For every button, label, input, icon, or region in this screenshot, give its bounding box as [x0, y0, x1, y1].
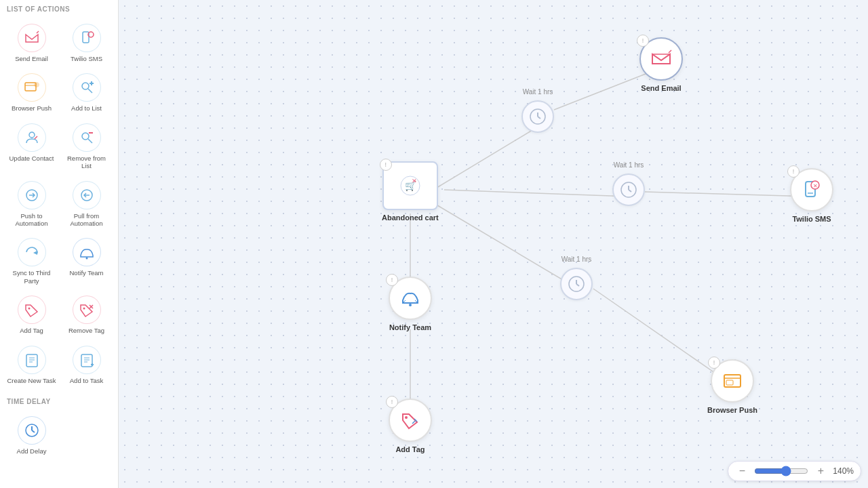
browser-push-icon	[18, 73, 46, 102]
add-tag-node[interactable]: ! Add Tag	[389, 399, 432, 453]
sidebar-item-browser-push[interactable]: Browser Push	[4, 68, 59, 117]
wait-2-label: Wait 1 hrs	[614, 161, 644, 169]
notify-team-label: Notify Team	[389, 323, 431, 331]
warning-badge-tag: !	[386, 396, 398, 408]
svg-rect-19	[26, 354, 37, 367]
svg-line-31	[32, 430, 35, 432]
warning-badge-email: !	[637, 35, 649, 47]
twilio-sms-icon: ✕	[800, 178, 823, 201]
send-email-node[interactable]: ! Send Email	[639, 37, 683, 92]
wait-3-label: Wait 1 hrs	[561, 256, 592, 263]
workflow-canvas: ! 🛒 ✕ Abandoned cart ! Send Email !	[119, 0, 868, 488]
svg-text:✕: ✕	[813, 183, 818, 189]
create-new-task-icon	[18, 346, 46, 374]
send-email-label: Send Email	[15, 55, 48, 62]
abandoned-cart-icon: 🛒 ✕	[399, 175, 421, 197]
svg-point-52	[405, 416, 408, 419]
remove-tag-icon	[73, 296, 101, 324]
wait-2-circle[interactable]	[612, 174, 645, 206]
sidebar-item-create-new-task[interactable]: Create New Task	[4, 340, 59, 390]
zoom-controls: − + 140%	[728, 461, 861, 481]
svg-rect-51	[726, 380, 733, 385]
notify-team-label: Notify Team	[70, 269, 104, 277]
twilio-sms-label: Twilio SMS	[71, 55, 102, 62]
wait-1-circle[interactable]	[521, 100, 554, 133]
sidebar-item-twilio-sms[interactable]: Twilio SMS	[59, 18, 114, 68]
abandoned-cart-label: Abandoned cart	[382, 214, 439, 222]
add-delay-icon	[18, 416, 46, 445]
delay-grid: Add Delay	[0, 408, 118, 463]
push-to-automation-label: Push to Automation	[7, 212, 56, 228]
svg-point-5	[34, 83, 39, 87]
create-new-task-label: Create New Task	[7, 377, 56, 384]
warning-badge-push: !	[708, 357, 720, 369]
send-email-icon	[18, 24, 46, 52]
sidebar-item-add-to-list[interactable]: Add to List	[59, 68, 114, 117]
add-tag-icon	[18, 296, 46, 324]
sidebar-item-push-to-automation[interactable]: Push to Automation	[4, 176, 59, 233]
remove-from-list-label: Remove from List	[62, 155, 111, 170]
svg-line-61	[576, 284, 579, 286]
svg-point-6	[82, 83, 89, 89]
notify-team-node[interactable]: ! Notify Team	[389, 277, 432, 331]
push-to-automation-icon	[18, 181, 46, 209]
sidebar-item-send-email[interactable]: Send Email	[4, 18, 59, 68]
actions-grid: Send EmailTwilio SMSBrowser PushAdd to L…	[0, 16, 118, 392]
sidebar-item-sync-third-party[interactable]: Sync to Third Party	[4, 232, 59, 290]
svg-line-55	[538, 117, 540, 119]
add-to-list-label: Add to List	[71, 104, 102, 112]
svg-point-9	[29, 132, 35, 138]
sidebar-item-pull-from-automation[interactable]: Pull from Automation	[59, 176, 114, 233]
sidebar-item-remove-from-list[interactable]: Remove from List	[59, 118, 114, 176]
add-to-list-icon	[73, 73, 101, 102]
send-email-label: Send Email	[641, 84, 681, 92]
svg-line-0	[37, 31, 39, 33]
wait-clock-icon	[529, 108, 547, 125]
svg-point-15	[28, 308, 30, 310]
twilio-sms-icon	[73, 24, 101, 52]
svg-point-10	[82, 133, 89, 140]
svg-text:✕: ✕	[412, 178, 417, 184]
svg-line-35	[645, 192, 812, 197]
browser-push-label: Browser Push	[12, 104, 52, 112]
wait-3-circle[interactable]	[560, 268, 593, 300]
sidebar: LIST OF ACTIONS Send EmailTwilio SMSBrow…	[0, 0, 119, 488]
zoom-out-button[interactable]: −	[735, 464, 749, 478]
sidebar-item-add-to-task[interactable]: Add to Task	[59, 340, 114, 390]
add-tag-label: Add Tag	[395, 445, 425, 453]
remove-from-list-icon	[73, 123, 101, 152]
send-email-icon	[650, 47, 673, 70]
svg-rect-23	[81, 354, 92, 367]
twilio-sms-label: Twilio SMS	[792, 215, 831, 223]
wait-3-node: Wait 1 hrs	[560, 268, 593, 300]
section-title-actions: LIST OF ACTIONS	[0, 0, 118, 16]
sidebar-item-update-contact[interactable]: Update Contact	[4, 118, 59, 176]
notify-team-icon	[399, 287, 422, 310]
warning-badge-sms: !	[787, 165, 800, 178]
add-to-task-icon	[73, 346, 101, 374]
wait-clock-icon-3	[568, 275, 585, 293]
wait-clock-icon-2	[620, 181, 637, 199]
section-title-delay: TIME DELAY	[0, 392, 118, 408]
svg-line-32	[433, 126, 539, 190]
sidebar-item-add-delay[interactable]: Add Delay	[4, 411, 59, 460]
zoom-slider[interactable]	[754, 466, 808, 476]
update-contact-icon	[18, 123, 46, 152]
wait-1-node: Wait 1 hrs	[521, 100, 554, 133]
sidebar-item-remove-tag[interactable]: Remove Tag	[59, 290, 114, 340]
wait-1-label: Wait 1 hrs	[523, 88, 553, 96]
browser-push-node[interactable]: ! Browser Push	[707, 359, 757, 414]
sync-third-party-icon	[18, 238, 46, 266]
abandoned-cart-node[interactable]: ! 🛒 ✕ Abandoned cart	[382, 161, 439, 222]
zoom-in-button[interactable]: +	[814, 464, 827, 478]
svg-line-58	[629, 190, 631, 192]
pull-from-automation-label: Pull from Automation	[62, 212, 111, 228]
sidebar-item-add-tag[interactable]: Add Tag	[4, 290, 59, 340]
twilio-sms-node[interactable]: ! ✕ Twilio SMS	[790, 168, 833, 223]
warning-badge-notify: !	[386, 274, 398, 286]
warning-badge: !	[380, 159, 392, 171]
sidebar-item-notify-team[interactable]: Notify Team	[59, 232, 114, 290]
svg-point-16	[83, 308, 85, 310]
add-delay-label: Add Delay	[17, 447, 47, 455]
notify-team-icon	[73, 238, 101, 266]
